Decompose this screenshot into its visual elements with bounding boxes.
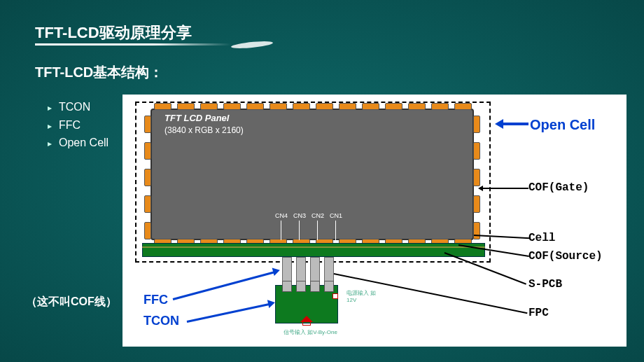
title-underline [35,43,231,46]
cof-gate-tab [473,195,480,213]
power-text: 电源输入 如12V [346,289,382,303]
bullet-ffc: FFC [48,116,108,134]
signal-text: 信号输入 如V-By-One [284,328,368,336]
cof-gate-tab [473,169,480,186]
cof-gate-tab [144,116,151,133]
cof-source-label: COF(Source) [528,250,603,263]
cof-gate-arrow-head [478,186,483,191]
cof-source-tab [270,103,287,110]
cn2-label: CN2 [312,212,324,219]
cof-source-tab [177,103,195,110]
tcon-connector [282,281,292,292]
tcon-arrow-head [267,298,276,308]
section-subtitle: TFT-LCD基本结构： [35,63,163,82]
ffc-arrow-head [272,266,281,276]
open-cell-arrow-head [495,119,503,129]
cn-line [317,221,318,240]
cof-source-tab [431,103,449,110]
cof-note: （这不叫COF线） [26,295,117,309]
bullet-opencell: Open Cell [48,134,108,152]
tcon-connector [324,281,334,292]
cof-gate-tab [473,116,480,133]
cn-line [335,221,336,240]
cn4-label: CN4 [275,212,288,219]
cof-source-tab [362,103,379,110]
cof-source-tab [454,103,472,110]
cn3-label: CN3 [293,212,306,219]
cof-gate-tab [144,195,151,213]
open-cell-label: Open Cell [530,117,595,133]
cof-source-tab [223,103,241,110]
cn-line [281,221,281,240]
cof-gate-arrow [482,188,528,189]
cof-gate-label: COF(Gate) [528,181,589,194]
title-swoosh [230,40,274,50]
cof-source-tab [385,103,402,110]
cn-line [299,221,300,240]
tcon-connector [296,281,306,292]
power-input-icon [332,293,338,299]
cof-source-tab [154,103,172,110]
tcon-arrow [187,303,270,323]
tcon-label: TCON [144,314,179,328]
cell-label: Cell [528,232,555,244]
cn1-label: CN1 [330,212,342,219]
cof-source-tab [200,103,218,110]
diagram-canvas: TFT LCD Panel (3840 x RGB x 2160) CN4 CN… [122,95,626,347]
cof-source-tab [408,103,426,110]
tcon-connector [310,281,320,292]
panel-title: TFT LCD Panel [164,113,229,123]
cof-source-tab [246,103,264,110]
cof-gate-tab [473,142,480,160]
cof-gate-tab [144,142,151,160]
s-pcb-board [142,243,485,257]
page-title: TFT-LCD驱动原理分享 [35,22,192,43]
cof-source-tab [293,103,310,110]
cof-source-tab [339,103,356,110]
bullet-list: TCON FFC Open Cell [48,98,108,152]
fpc-label: FPC [528,307,549,319]
s-pcb-label: S-PCB [528,278,562,291]
cof-gate-tab [473,222,480,239]
cof-gate-tab [144,222,151,239]
signal-input-box [302,321,311,326]
open-cell-arrow [500,123,528,125]
s-pcb-trace [142,246,485,248]
ffc-label: FFC [144,293,168,307]
bullet-tcon: TCON [48,98,108,116]
panel-resolution: (3840 x RGB x 2160) [164,125,244,135]
cof-source-tab [316,103,333,110]
cof-gate-tab [144,169,151,186]
ffc-arrow [173,271,275,300]
